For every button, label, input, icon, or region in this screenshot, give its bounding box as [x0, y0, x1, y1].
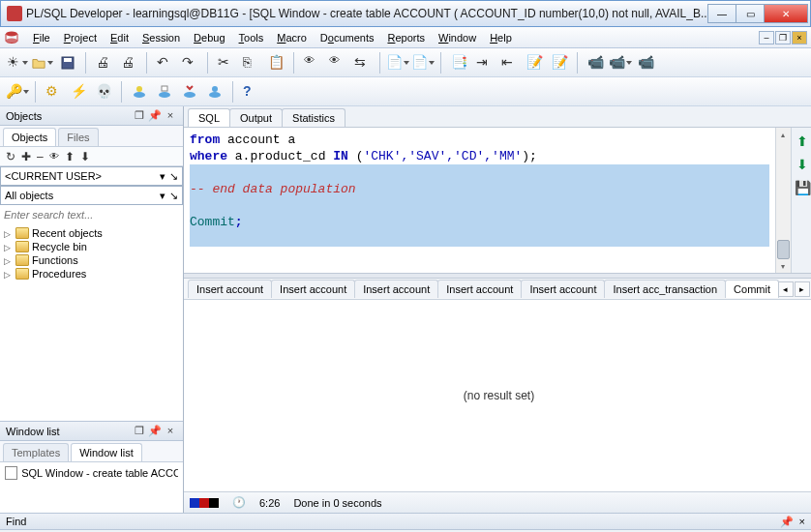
sql-editor[interactable]: from account a where a.product_cd IN ('C…	[184, 128, 775, 273]
nav-up-icon[interactable]: ⬆	[796, 133, 808, 149]
comment-button[interactable]: 📝	[523, 51, 546, 74]
indent-button[interactable]: ⇥	[472, 51, 496, 74]
mdi-close-button[interactable]: ×	[792, 31, 807, 44]
uncomment-button[interactable]: 📝	[548, 51, 571, 74]
scrollbar-thumb[interactable]	[777, 240, 790, 259]
refresh-icon[interactable]: ↻	[6, 150, 15, 163]
tab-objects[interactable]: Objects	[3, 128, 56, 146]
paste-button[interactable]: 📋	[264, 51, 287, 74]
filter-up-icon[interactable]: ⬆	[65, 150, 75, 163]
menu-macro[interactable]: Macro	[271, 30, 313, 45]
result-tab[interactable]: Insert acc_transaction	[604, 280, 726, 298]
filter-down-icon[interactable]: ⬇	[80, 150, 90, 163]
result-tab[interactable]: Insert account	[354, 280, 438, 298]
result-tab[interactable]: Insert account	[437, 280, 522, 298]
db-button[interactable]	[203, 80, 226, 103]
rollback-button[interactable]	[153, 80, 176, 103]
objects-pin-button[interactable]: 📌	[148, 109, 162, 122]
beautify-button[interactable]: 📑	[447, 51, 470, 74]
windowlist-title-label: Window list	[6, 426, 60, 437]
cut-button[interactable]: ✂	[214, 51, 237, 74]
nav-down-icon[interactable]: ⬇	[796, 157, 808, 172]
camera-button[interactable]: 📹	[609, 51, 632, 74]
replace-button[interactable]: 👁	[325, 51, 348, 74]
find-button[interactable]: 👁	[300, 51, 323, 74]
open-button[interactable]	[31, 51, 54, 74]
menu-help[interactable]: Help	[484, 30, 518, 45]
current-user-dropdown[interactable]: <CURRENT USER> ▾ ↘	[0, 166, 183, 186]
menu-file[interactable]: File	[27, 30, 56, 45]
save-button[interactable]	[56, 51, 79, 74]
menu-debug[interactable]: Debug	[188, 30, 230, 45]
unindent-button[interactable]: ⇤	[497, 51, 521, 74]
find-pin-button[interactable]: 📌	[780, 516, 794, 528]
result-tab-commit[interactable]: Commit	[725, 280, 779, 298]
add-icon[interactable]: ✚	[21, 150, 31, 163]
close-button[interactable]: ✕	[764, 4, 808, 23]
copy-button[interactable]: ⎘	[239, 51, 262, 74]
mdi-restore-button[interactable]: ❐	[775, 31, 791, 44]
find-close-button[interactable]: ×	[799, 516, 805, 527]
remove-icon[interactable]: –	[37, 150, 44, 163]
menu-edit[interactable]: Edit	[105, 30, 135, 45]
result-tab[interactable]: Insert account	[188, 280, 272, 298]
tab-files[interactable]: Files	[58, 128, 98, 146]
undo-button[interactable]: ↶	[153, 51, 176, 74]
tree-item-recycle[interactable]: ▷Recycle bin	[0, 240, 183, 253]
menu-session[interactable]: Session	[136, 30, 186, 45]
find-next-button[interactable]: ⇆	[350, 51, 374, 74]
menu-documents[interactable]: Documents	[315, 30, 380, 45]
windowlist-item[interactable]: SQL Window - create table ACCOU	[3, 465, 180, 481]
objects-close-button[interactable]: ×	[164, 109, 177, 122]
all-objects-dropdown[interactable]: All objects ▾ ↘	[0, 186, 183, 205]
tree-item-recent[interactable]: ▷Recent objects	[0, 226, 183, 240]
bookmark-button[interactable]: 📹	[584, 51, 607, 74]
objects-search-input[interactable]	[0, 205, 183, 224]
objects-restore-button[interactable]: ❐	[133, 109, 146, 122]
commit-button[interactable]	[128, 80, 151, 103]
result-next-button[interactable]: ▸	[795, 281, 810, 297]
tree-item-functions[interactable]: ▷Functions	[0, 253, 183, 267]
menu-window[interactable]: Window	[433, 30, 482, 45]
tab-windowlist[interactable]: Window list	[71, 443, 142, 461]
menu-tools[interactable]: Tools	[233, 30, 270, 45]
sql-statusbar: 🕐 6:26 Done in 0 seconds	[184, 491, 811, 513]
break-button[interactable]: ⚡	[67, 80, 90, 103]
windowlist-restore-button[interactable]: ❐	[133, 425, 146, 437]
execute-button[interactable]: ⚙	[42, 80, 65, 103]
menu-project[interactable]: Project	[58, 30, 103, 45]
result-tab[interactable]: Insert account	[271, 280, 355, 298]
record-button[interactable]: 📹	[634, 51, 657, 74]
logon-button[interactable]: 🔑	[6, 80, 29, 103]
print-setup-button[interactable]: 🖨	[117, 51, 140, 74]
objects-extra-icon[interactable]: ↘	[169, 190, 178, 202]
tab-output[interactable]: Output	[229, 108, 283, 127]
new-button[interactable]: ☀	[6, 51, 29, 74]
windowlist-close-button[interactable]: ×	[164, 425, 177, 437]
mdi-minimize-button[interactable]: –	[759, 31, 774, 44]
tab-sql[interactable]: SQL	[188, 108, 230, 127]
user-extra-icon[interactable]: ↘	[169, 170, 178, 183]
find-obj-icon[interactable]: 👁	[49, 151, 59, 162]
redo-button[interactable]: ↷	[178, 51, 201, 74]
result-body: (no result set)	[184, 300, 811, 491]
print-button[interactable]: 🖨	[92, 51, 115, 74]
svg-rect-7	[162, 86, 167, 91]
result-prev-button[interactable]: ◂	[778, 281, 794, 297]
disk-icon[interactable]: 💾	[795, 180, 811, 195]
tab-templates[interactable]: Templates	[3, 443, 69, 461]
describe-button[interactable]: 📄	[411, 51, 435, 74]
minimize-button[interactable]: —	[707, 4, 736, 23]
result-tab[interactable]: Insert account	[521, 280, 605, 298]
tab-statistics[interactable]: Statistics	[282, 108, 345, 127]
windowlist-pin-button[interactable]: 📌	[148, 425, 162, 437]
menu-reports[interactable]: Reports	[381, 30, 431, 45]
editor-scrollbar[interactable]: ▴ ▾	[775, 128, 791, 273]
explain-button[interactable]: 📄	[386, 51, 409, 74]
objects-tree[interactable]: ▷Recent objects ▷Recycle bin ▷Functions …	[0, 224, 183, 422]
sql-button[interactable]	[178, 80, 201, 103]
kill-button[interactable]: 💀	[92, 80, 115, 103]
help-button[interactable]: ?	[239, 80, 262, 103]
tree-item-procedures[interactable]: ▷Procedures	[0, 267, 183, 281]
maximize-button[interactable]: ▭	[736, 4, 765, 23]
